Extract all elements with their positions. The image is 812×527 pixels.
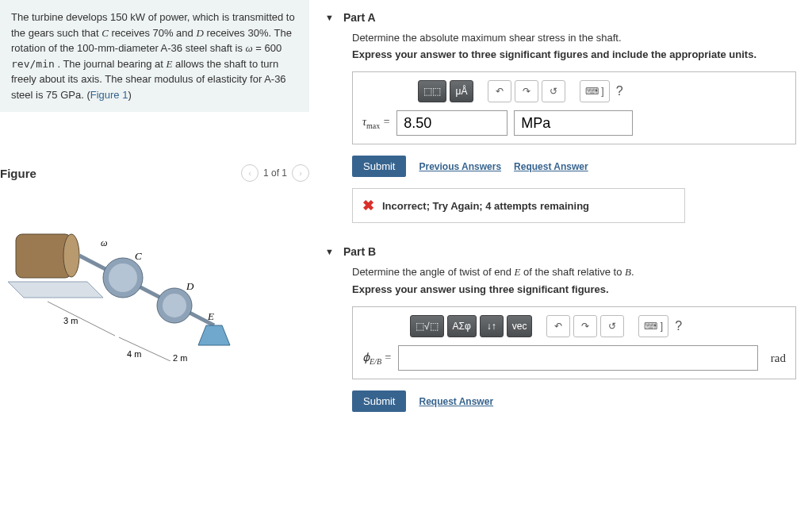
- part-a-value-input[interactable]: [396, 110, 508, 136]
- svg-rect-0: [16, 234, 71, 278]
- part-b-instructions: Express your answer using three signific…: [352, 283, 796, 295]
- svg-point-7: [163, 294, 186, 317]
- caret-down-icon: ▼: [325, 247, 334, 256]
- svg-text:ω: ω: [101, 237, 107, 248]
- reset-button[interactable]: ↺: [542, 80, 565, 102]
- redo-button[interactable]: ↷: [573, 315, 597, 337]
- help-button[interactable]: ?: [672, 319, 685, 333]
- keyboard-button[interactable]: ⌨ ]: [638, 315, 668, 337]
- svg-point-1: [63, 234, 79, 277]
- problem-statement: The turbine develops 150 kW of power, wh…: [0, 0, 309, 112]
- part-a-submit-button[interactable]: Submit: [352, 156, 406, 177]
- keyboard-button[interactable]: ⌨ ]: [580, 80, 610, 102]
- greek-button[interactable]: ΑΣφ: [447, 315, 477, 337]
- part-b-value-input[interactable]: [398, 345, 758, 371]
- figure-diagram: C D E ω 3 m 4 m 2 m: [0, 202, 238, 361]
- part-b-title: Part B: [343, 245, 376, 258]
- part-a-unit-input[interactable]: [514, 110, 633, 136]
- part-a-request-answer-link[interactable]: Request Answer: [514, 161, 588, 172]
- part-b-prompt: Determine the angle of twist of end E of…: [352, 266, 796, 279]
- undo-button[interactable]: ↶: [488, 80, 511, 102]
- svg-text:4 m: 4 m: [127, 349, 141, 359]
- figure-title: Figure: [0, 167, 36, 180]
- sort-button[interactable]: ↓↑: [480, 315, 504, 337]
- part-b-answer-box: ⬚√⬚ ΑΣφ ↓↑ vec ↶ ↷ ↺ ⌨ ] ? ϕE/B =: [352, 306, 796, 379]
- part-b-answer-label: ϕE/B =: [362, 351, 392, 366]
- svg-point-5: [109, 264, 137, 292]
- undo-button[interactable]: ↶: [546, 315, 570, 337]
- templates-button[interactable]: ⬚√⬚: [410, 315, 444, 337]
- caret-down-icon: ▼: [325, 13, 334, 22]
- figure-counter: 1 of 1: [263, 167, 287, 179]
- part-b-header[interactable]: ▼ Part B: [325, 245, 796, 258]
- svg-text:D: D: [186, 280, 194, 292]
- svg-line-13: [48, 302, 115, 336]
- svg-text:2 m: 2 m: [173, 353, 187, 361]
- part-b-request-answer-link[interactable]: Request Answer: [419, 396, 493, 407]
- part-a-feedback: ✖ Incorrect; Try Again; 4 attempts remai…: [352, 188, 685, 223]
- svg-text:3 m: 3 m: [63, 316, 78, 325]
- svg-text:E: E: [207, 310, 214, 322]
- part-a-header[interactable]: ▼ Part A: [325, 11, 796, 24]
- help-button[interactable]: ?: [613, 84, 626, 98]
- svg-marker-8: [198, 325, 230, 345]
- figure-link[interactable]: Figure 1: [90, 89, 128, 101]
- part-a-title: Part A: [343, 11, 376, 24]
- svg-text:C: C: [135, 250, 142, 262]
- figure-next-button[interactable]: ›: [292, 164, 309, 182]
- part-b-unit-label: rad: [771, 352, 786, 365]
- reset-button[interactable]: ↺: [600, 315, 624, 337]
- part-a-prompt: Determine the absolute maximum shear str…: [352, 32, 796, 44]
- vec-button[interactable]: vec: [507, 315, 533, 337]
- svg-marker-2: [8, 282, 103, 298]
- templates-button[interactable]: ⬚⬚: [418, 80, 446, 102]
- part-a-instructions: Express your answer to three significant…: [352, 48, 796, 60]
- incorrect-icon: ✖: [362, 197, 374, 214]
- part-a-previous-answers-link[interactable]: Previous Answers: [419, 161, 501, 172]
- part-b-submit-button[interactable]: Submit: [352, 390, 406, 412]
- part-a-answer-label: τmax =: [362, 116, 390, 130]
- svg-line-3: [79, 256, 214, 325]
- figure-prev-button[interactable]: ‹: [241, 164, 259, 182]
- part-a-answer-box: ⬚⬚ μÅ ↶ ↷ ↺ ⌨ ] ? τmax =: [352, 71, 796, 144]
- redo-button[interactable]: ↷: [515, 80, 538, 102]
- units-button[interactable]: μÅ: [450, 80, 473, 102]
